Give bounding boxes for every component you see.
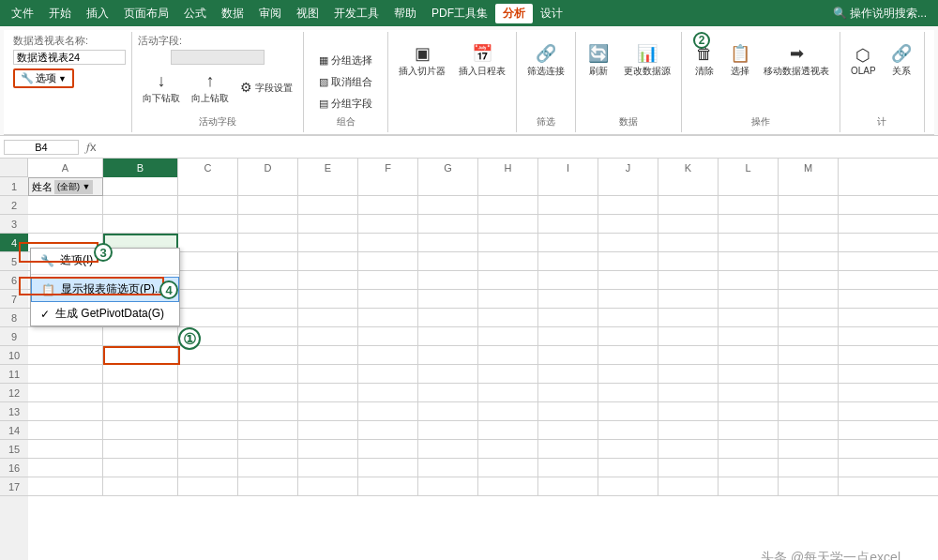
cell-f17[interactable] [358, 477, 418, 496]
cell-c5[interactable] [178, 252, 238, 271]
cell-l8[interactable] [719, 309, 779, 327]
cell-f10[interactable] [358, 346, 418, 365]
cell-j6[interactable] [598, 271, 658, 290]
menu-layout[interactable]: 页面布局 [116, 4, 176, 23]
cell-f12[interactable] [358, 384, 418, 402]
menu-help[interactable]: 帮助 [386, 4, 424, 23]
cell-k8[interactable] [658, 309, 719, 327]
cell-k17[interactable] [658, 477, 719, 496]
cell-e17[interactable] [298, 477, 358, 496]
cell-k2[interactable] [658, 196, 719, 215]
cell-d12[interactable] [238, 384, 298, 402]
cell-h4[interactable] [478, 234, 538, 252]
cell-b3[interactable] [103, 215, 178, 234]
cell-k12[interactable] [658, 384, 719, 402]
cell-m8[interactable] [779, 309, 839, 327]
group-select-btn[interactable]: ▦ 分组选择 [314, 51, 377, 70]
menu-file[interactable]: 文件 [4, 4, 41, 23]
cell-j5[interactable] [598, 252, 658, 271]
cell-h7[interactable] [478, 290, 538, 309]
cell-l1[interactable] [719, 177, 779, 196]
cell-m3[interactable] [779, 215, 839, 234]
cell-h16[interactable] [478, 459, 538, 477]
cell-a15[interactable] [28, 440, 103, 459]
cell-f16[interactable] [358, 459, 418, 477]
cell-h6[interactable] [478, 271, 538, 290]
cell-j3[interactable] [598, 215, 658, 234]
menu-developer[interactable]: 开发工具 [326, 4, 386, 23]
cell-f13[interactable] [358, 402, 418, 421]
cell-g11[interactable] [418, 365, 478, 384]
cell-d6[interactable] [238, 271, 298, 290]
cell-i13[interactable] [538, 402, 598, 421]
cell-g17[interactable] [418, 477, 478, 496]
cell-h15[interactable] [478, 440, 538, 459]
cell-h3[interactable] [478, 215, 538, 234]
move-pivot-btn[interactable]: ➡ 移动数据透视表 [759, 41, 834, 81]
cell-g10[interactable] [418, 346, 478, 365]
cell-j9[interactable] [598, 327, 658, 346]
cell-g1[interactable] [418, 177, 478, 196]
cell-a11[interactable] [28, 365, 103, 384]
cell-c6[interactable] [178, 271, 238, 290]
dropdown-item-show-filter-pages[interactable]: 📋 显示报表筛选页(P)... [31, 277, 179, 302]
cell-d2[interactable] [238, 196, 298, 215]
cell-e1[interactable] [298, 177, 358, 196]
drill-down-btn[interactable]: ↓ 向下钻取 [138, 68, 185, 108]
cell-d15[interactable] [238, 440, 298, 459]
cell-b13[interactable] [103, 402, 178, 421]
cell-f1[interactable] [358, 177, 418, 196]
cell-m1[interactable] [779, 177, 839, 196]
cell-k4[interactable] [658, 234, 719, 252]
cell-i9[interactable] [538, 327, 598, 346]
cell-l3[interactable] [719, 215, 779, 234]
cell-c17[interactable] [178, 477, 238, 496]
cell-l2[interactable] [719, 196, 779, 215]
cell-a2[interactable] [28, 196, 103, 215]
cell-k11[interactable] [658, 365, 719, 384]
cell-b10[interactable] [103, 346, 178, 365]
cell-g2[interactable] [418, 196, 478, 215]
cell-l6[interactable] [719, 271, 779, 290]
cell-c13[interactable] [178, 402, 238, 421]
cell-m9[interactable] [779, 327, 839, 346]
active-field-input[interactable] [171, 50, 265, 65]
cell-k7[interactable] [658, 290, 719, 309]
cell-j16[interactable] [598, 459, 658, 477]
relationship-btn[interactable]: 🔗 关系 [885, 41, 918, 81]
menu-design[interactable]: 设计 [533, 4, 570, 23]
cell-j1[interactable] [598, 177, 658, 196]
cell-b1[interactable] [103, 177, 178, 196]
cell-m2[interactable] [779, 196, 839, 215]
cell-l13[interactable] [719, 402, 779, 421]
cell-d10[interactable] [238, 346, 298, 365]
cell-d5[interactable] [238, 252, 298, 271]
cell-e9[interactable] [298, 327, 358, 346]
cell-h10[interactable] [478, 346, 538, 365]
cell-c8[interactable] [178, 309, 238, 327]
cell-m10[interactable] [779, 346, 839, 365]
cell-j2[interactable] [598, 196, 658, 215]
cell-k10[interactable] [658, 346, 719, 365]
field-settings-btn[interactable]: ⚙ 字段设置 [235, 68, 297, 108]
cell-d4[interactable] [238, 234, 298, 252]
cell-g16[interactable] [418, 459, 478, 477]
cell-f5[interactable] [358, 252, 418, 271]
cell-j12[interactable] [598, 384, 658, 402]
cell-a3[interactable] [28, 215, 103, 234]
cell-i12[interactable] [538, 384, 598, 402]
cell-l17[interactable] [719, 477, 779, 496]
cell-e15[interactable] [298, 440, 358, 459]
select-btn[interactable]: 📋 选择 [723, 41, 757, 81]
cell-f8[interactable] [358, 309, 418, 327]
cell-a13[interactable] [28, 402, 103, 421]
filter-arrow-a1[interactable]: (全部) ▼ [54, 180, 93, 194]
cell-l10[interactable] [719, 346, 779, 365]
cell-j10[interactable] [598, 346, 658, 365]
cell-a12[interactable] [28, 384, 103, 402]
cell-b15[interactable] [103, 440, 178, 459]
cell-e14[interactable] [298, 421, 358, 440]
cell-e12[interactable] [298, 384, 358, 402]
insert-slicer-btn[interactable]: ▣ 插入切片器 [394, 41, 450, 81]
cell-i5[interactable] [538, 252, 598, 271]
